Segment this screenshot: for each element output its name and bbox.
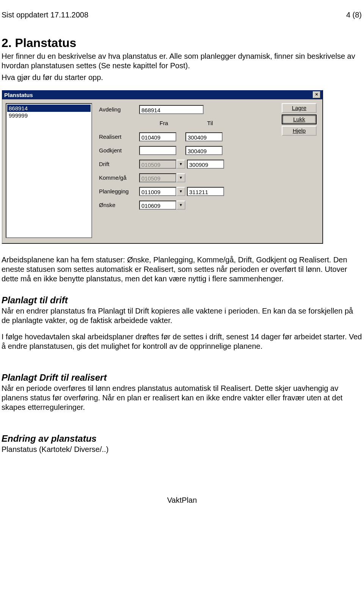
- help-button[interactable]: Hjelp: [282, 126, 317, 136]
- drift-p2: I følge hovedavtalen skal arbeidsplaner …: [2, 332, 362, 351]
- input-drift-til[interactable]: 300909: [187, 160, 224, 169]
- col-fra: Fra: [141, 120, 187, 126]
- list-item[interactable]: 999999: [7, 112, 91, 119]
- chevron-down-icon[interactable]: ▼: [176, 201, 185, 210]
- footer-text: VaktPlan: [0, 496, 364, 505]
- form-area: Lagre Lukk Hjelp Avdeling 868914 Fra Til: [99, 103, 319, 238]
- heading-endring: Endring av planstatus: [2, 433, 362, 444]
- dialog-titlebar: Planstatus ×: [2, 90, 323, 99]
- save-button[interactable]: Lagre: [282, 103, 317, 113]
- input-planlegging-til[interactable]: 311211: [187, 187, 224, 196]
- label-drift: Drift: [99, 161, 139, 167]
- real-p1: Når en periode overføres til lønn endres…: [2, 384, 362, 412]
- input-godkjent-til[interactable]: 300409: [185, 146, 223, 155]
- label-onske: Ønske: [99, 202, 139, 208]
- planstatus-dialog-image: Planstatus × 868914 999999 Lagre Lukk Hj…: [2, 90, 323, 244]
- label-avdeling: Avdeling: [99, 106, 139, 113]
- list-item[interactable]: 868914: [7, 105, 91, 112]
- label-kommega: Komme/gå: [99, 174, 139, 181]
- input-planlegging-fra[interactable]: 011009: [139, 187, 176, 196]
- input-realisert-fra[interactable]: 010409: [139, 132, 176, 141]
- body2-p1: Arbeidsplanene kan ha fem statuser: Ønsk…: [2, 255, 362, 284]
- col-til: Til: [187, 120, 233, 126]
- input-kommega-fra: 010509: [139, 173, 176, 182]
- chevron-down-icon[interactable]: ▼: [176, 173, 185, 182]
- label-godkjent: Godkjent: [99, 147, 139, 154]
- input-realisert-til[interactable]: 300409: [185, 132, 223, 141]
- close-button[interactable]: Lukk: [282, 114, 317, 124]
- avdeling-listbox[interactable]: 868914 999999: [6, 103, 92, 238]
- heading-planlagt-realisert: Planlagt Drift til realisert: [2, 372, 362, 383]
- section-title: 2. Planstatus: [2, 36, 364, 50]
- close-icon[interactable]: ×: [313, 91, 320, 98]
- planstatus-dialog: Planstatus × 868914 999999 Lagre Lukk Hj…: [2, 90, 323, 244]
- dialog-title-text: Planstatus: [4, 92, 33, 98]
- header-left: Sist oppdatert 17.11.2008: [2, 11, 88, 19]
- input-drift-fra: 010509: [139, 160, 176, 169]
- section-p1: Her finner du en beskrivelse av hva plan…: [2, 52, 362, 71]
- input-onske-fra[interactable]: 010609: [139, 201, 176, 210]
- header-right: 4 (8): [346, 11, 362, 19]
- input-avdeling[interactable]: 868914: [139, 105, 204, 114]
- chevron-down-icon[interactable]: ▼: [176, 160, 185, 169]
- chevron-down-icon[interactable]: ▼: [176, 187, 185, 196]
- heading-planlagt-drift: Planlagt til drift: [2, 295, 362, 306]
- input-godkjent-fra[interactable]: [139, 146, 176, 155]
- endr-p1: Planstatus (Kartotek/ Diverse/..): [2, 445, 362, 454]
- drift-p1: Når en endrer planstatus fra Planlagt ti…: [2, 306, 362, 325]
- label-planlegging: Planlegging: [99, 188, 139, 194]
- section-p2: Hva gjør du før du starter opp.: [2, 73, 362, 82]
- label-realisert: Realisert: [99, 133, 139, 140]
